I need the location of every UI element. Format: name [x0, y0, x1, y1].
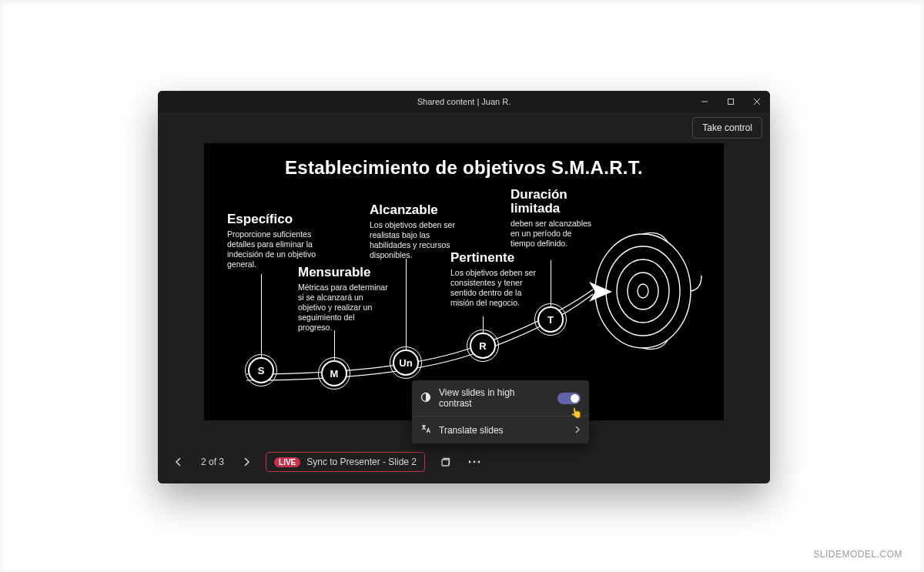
- smart-heading: Alcanzable: [370, 203, 462, 217]
- smart-body: Proporcione suficientes detalles para el…: [227, 229, 316, 270]
- leader-line: [551, 260, 551, 308]
- leader-line: [406, 259, 407, 351]
- titlebar: Shared content | Juan R.: [158, 91, 770, 112]
- leader-line: [261, 274, 262, 359]
- smart-node-t: T: [537, 306, 564, 333]
- smart-node-m: M: [321, 360, 347, 386]
- svg-point-12: [474, 461, 476, 463]
- smart-body: Los objetivos deben ser realistas bajo l…: [370, 220, 462, 261]
- window-close-button[interactable]: [744, 91, 770, 112]
- node-letter: S: [258, 365, 265, 376]
- window-minimize-button[interactable]: [691, 91, 718, 112]
- watermark: SLIDEMODEL.COM: [813, 549, 902, 560]
- window-maximize-button[interactable]: [718, 91, 744, 112]
- svg-point-5: [595, 234, 691, 348]
- smart-body: Métricas para determinar si se alcanzará…: [298, 283, 390, 333]
- smart-col-r: Pertinente Los objetivos deben ser consi…: [450, 251, 543, 308]
- smart-col-t: Duración limitada deben ser alcanzables …: [511, 188, 595, 249]
- prev-slide-button[interactable]: [170, 453, 187, 470]
- toggle-on-icon: [557, 393, 581, 404]
- popup-high-contrast-label: View slides in high contrast: [439, 387, 550, 409]
- node-letter: T: [547, 314, 554, 326]
- svg-point-7: [617, 259, 669, 323]
- svg-point-9: [638, 284, 648, 298]
- svg-point-13: [478, 461, 480, 463]
- more-options-popup: View slides in high contrast 👆 Translate…: [412, 380, 589, 443]
- smart-col-s: Específico Proporcione suficientes detal…: [227, 212, 316, 269]
- next-slide-button[interactable]: [238, 453, 255, 470]
- smart-node-r: R: [470, 333, 496, 359]
- node-letter: M: [330, 368, 339, 380]
- toolbar: Take control: [158, 112, 770, 143]
- sync-label: Sync to Presenter - Slide 2: [306, 457, 417, 467]
- page-indicator: 2 of 3: [201, 457, 224, 467]
- smart-col-a: Alcanzable Los objetivos deben ser reali…: [370, 203, 462, 260]
- popup-high-contrast-toggle[interactable]: View slides in high contrast 👆: [412, 380, 589, 416]
- popout-slides-button[interactable]: [436, 453, 454, 471]
- smart-body: Los objetivos deben ser consistentes y t…: [450, 268, 543, 309]
- smart-col-m: Mensurable Métricas para determinar si s…: [298, 266, 390, 333]
- smart-heading: Pertinente: [450, 251, 543, 265]
- smart-heading: Específico: [227, 212, 316, 226]
- slide-canvas: Establecimiento de objetivos S.M.A.R.T.: [204, 143, 724, 420]
- node-letter: R: [479, 340, 486, 352]
- sync-to-presenter-button[interactable]: LIVE Sync to Presenter - Slide 2: [266, 452, 425, 472]
- translate-icon: [420, 423, 431, 437]
- svg-point-8: [628, 273, 658, 309]
- more-options-button[interactable]: [465, 453, 484, 471]
- shared-content-window: Shared content | Juan R. Take control Es…: [158, 91, 770, 483]
- popup-translate-slides[interactable]: Translate slides: [412, 416, 589, 443]
- popup-translate-label: Translate slides: [439, 425, 567, 436]
- node-letter: Un: [399, 357, 412, 369]
- smart-heading: Duración limitada: [511, 188, 595, 216]
- bottom-bar: 2 of 3 LIVE Sync to Presenter - Slide 2 …: [158, 440, 770, 483]
- smart-node-a: Un: [393, 350, 419, 376]
- live-badge: LIVE: [274, 457, 300, 467]
- smart-heading: Mensurable: [298, 266, 390, 279]
- take-control-button[interactable]: Take control: [692, 117, 762, 139]
- svg-rect-10: [442, 460, 449, 466]
- chevron-right-icon: [574, 425, 581, 436]
- svg-rect-1: [728, 99, 734, 105]
- target-graphic: [583, 220, 710, 355]
- svg-point-11: [469, 461, 471, 463]
- titlebar-controls: [691, 91, 770, 112]
- smart-body: deben ser alcanzables en un período de t…: [511, 219, 595, 249]
- smart-node-s: S: [248, 357, 274, 383]
- window-title: Shared content | Juan R.: [417, 97, 511, 106]
- contrast-icon: [420, 392, 431, 405]
